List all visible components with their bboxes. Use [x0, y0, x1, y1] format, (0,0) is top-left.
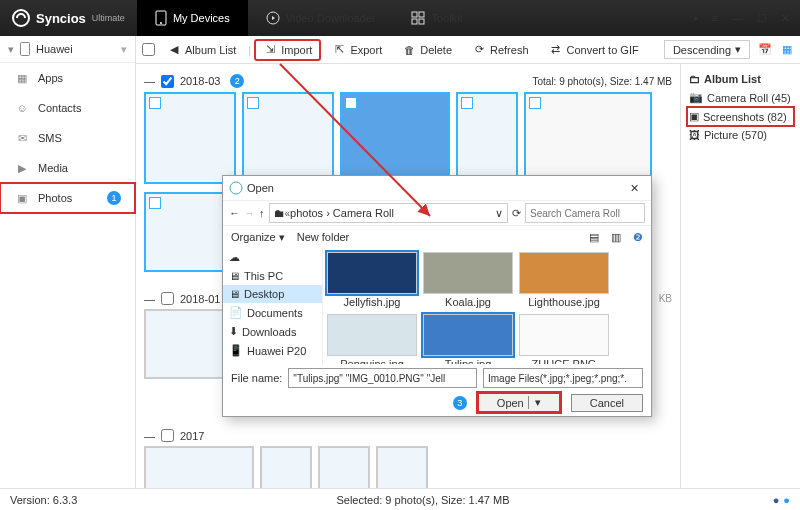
- photo-thumb[interactable]: [318, 446, 370, 488]
- tab-toolkit[interactable]: Toolkit: [393, 0, 480, 36]
- dialog-titlebar: Open ✕: [223, 176, 651, 200]
- doc-icon: 📄: [229, 306, 243, 319]
- file-item[interactable]: Penguins.jpg: [327, 314, 417, 364]
- cloud-icon: ☁: [229, 251, 240, 264]
- titlebar: Syncios Ultimate My Devices Video Downlo…: [0, 0, 800, 36]
- new-folder-button[interactable]: New folder: [297, 231, 350, 243]
- twitter-icon[interactable]: ●: [783, 494, 790, 506]
- chevron-down-icon: ▾: [735, 43, 741, 56]
- side-thispc[interactable]: 🖥This PC: [223, 267, 322, 285]
- file-item[interactable]: Lighthouse.jpg: [519, 252, 609, 308]
- menu-icon[interactable]: ≡: [712, 12, 718, 25]
- sidebar-item-contacts[interactable]: ☺Contacts: [0, 93, 135, 123]
- album-list-button[interactable]: ◀Album List: [159, 40, 244, 60]
- group-checkbox[interactable]: [161, 75, 174, 88]
- facebook-icon[interactable]: ●: [773, 494, 780, 506]
- dialog-organize-bar: Organize ▾ New folder ▤ ▥ ❷: [223, 226, 651, 248]
- device-selector[interactable]: ▾ Huawei ▾: [0, 36, 135, 63]
- file-item[interactable]: Tulips.jpg: [423, 314, 513, 364]
- pc-icon: 🖥: [229, 270, 240, 282]
- camera-icon: 📷: [689, 91, 703, 104]
- photo-thumb[interactable]: [144, 92, 236, 184]
- collapse-icon[interactable]: —: [144, 430, 155, 442]
- group-checkbox[interactable]: [161, 292, 174, 305]
- phone-icon: 📱: [229, 344, 243, 357]
- picture-icon: 🖼: [689, 129, 700, 141]
- sidebar-item-apps[interactable]: ▦Apps: [0, 63, 135, 93]
- photo-thumb[interactable]: [376, 446, 428, 488]
- refresh-button[interactable]: ⟳Refresh: [464, 40, 537, 60]
- chat-icon[interactable]: ▪: [694, 12, 698, 25]
- sidebar-item-media[interactable]: ▶Media: [0, 153, 135, 183]
- photo-thumb[interactable]: [144, 446, 254, 488]
- close-icon[interactable]: ✕: [781, 12, 790, 25]
- nav-up-icon[interactable]: ↑: [259, 207, 265, 219]
- file-thumb: [519, 314, 609, 356]
- close-icon[interactable]: ✕: [624, 180, 645, 197]
- nav-fwd-icon[interactable]: →: [244, 207, 255, 219]
- group-checkbox[interactable]: [161, 429, 174, 442]
- device-name: Huawei: [36, 43, 73, 55]
- collapse-icon[interactable]: —: [144, 293, 155, 305]
- tab-label: Video Downloader: [286, 12, 376, 24]
- organize-button[interactable]: Organize ▾: [231, 231, 285, 244]
- search-input[interactable]: [525, 203, 645, 223]
- side-downloads[interactable]: ⬇Downloads: [223, 322, 322, 341]
- collapse-icon[interactable]: —: [144, 75, 155, 87]
- open-button[interactable]: Open▾: [478, 393, 560, 412]
- file-item[interactable]: Jellyfish.jpg: [327, 252, 417, 308]
- view-list-icon[interactable]: ▥: [611, 231, 621, 244]
- file-item[interactable]: Koala.jpg: [423, 252, 513, 308]
- sort-button[interactable]: Descending▾: [664, 40, 750, 59]
- convert-gif-button[interactable]: ⇄Convert to GIF: [541, 40, 647, 60]
- refresh-icon: ⟳: [472, 43, 486, 57]
- photo-thumb[interactable]: [524, 92, 652, 184]
- photo-thumb[interactable]: [456, 92, 518, 184]
- album-item[interactable]: 📷Camera Roll (45): [687, 88, 794, 107]
- photo-thumb[interactable]: [260, 446, 312, 488]
- sidebar-item-sms[interactable]: ✉SMS: [0, 123, 135, 153]
- grid-icon: [411, 11, 425, 25]
- tab-video-downloader[interactable]: Video Downloader: [248, 0, 394, 36]
- album-item-screenshots[interactable]: ▣Screenshots (82): [687, 107, 794, 126]
- import-button[interactable]: ⇲Import: [255, 40, 320, 60]
- filter-select[interactable]: [483, 368, 643, 388]
- tab-label: Toolkit: [431, 12, 462, 24]
- side-music[interactable]: ♪Music: [223, 360, 322, 364]
- side-phone[interactable]: 📱Huawei P20: [223, 341, 322, 360]
- cancel-button[interactable]: Cancel: [571, 394, 643, 412]
- breadcrumb[interactable]: 🖿 « photos › Camera Roll∨: [269, 203, 509, 223]
- delete-button[interactable]: 🗑Delete: [394, 40, 460, 60]
- selection-label: Selected: 9 photo(s), Size: 1.47 MB: [77, 494, 768, 506]
- side-documents[interactable]: 📄Documents: [223, 303, 322, 322]
- view-icon[interactable]: ▦: [780, 43, 794, 57]
- file-thumb: [519, 252, 609, 294]
- chevron-down-icon: ▾: [121, 43, 127, 56]
- export-button[interactable]: ⇱Export: [324, 40, 390, 60]
- filename-label: File name:: [231, 372, 282, 384]
- photo-thumb[interactable]: [242, 92, 334, 184]
- step-badge-1: 1: [107, 191, 121, 205]
- file-list[interactable]: Jellyfish.jpg Koala.jpg Lighthouse.jpg P…: [323, 248, 651, 364]
- side-cloud[interactable]: ☁: [223, 248, 322, 267]
- calendar-icon[interactable]: 📅: [758, 43, 772, 57]
- apps-icon: ▦: [14, 70, 30, 86]
- filename-input[interactable]: [288, 368, 477, 388]
- max-icon[interactable]: ☐: [757, 12, 767, 25]
- phone-icon: [155, 10, 167, 26]
- nav-back-icon[interactable]: ←: [229, 207, 240, 219]
- min-icon[interactable]: —: [732, 12, 743, 25]
- help-icon[interactable]: ❷: [633, 231, 643, 244]
- side-desktop[interactable]: 🖥Desktop: [223, 285, 322, 303]
- photo-thumb[interactable]: [340, 92, 450, 184]
- select-all-checkbox[interactable]: [142, 43, 155, 56]
- tab-my-devices[interactable]: My Devices: [137, 0, 248, 36]
- album-item[interactable]: 🖼Picture (570): [687, 126, 794, 144]
- refresh-icon[interactable]: ⟳: [512, 207, 521, 220]
- file-item[interactable]: ZHUCE.PNG: [519, 314, 609, 364]
- sidebar-item-photos[interactable]: ▣Photos 1: [0, 183, 135, 213]
- folder-icon: 🗀: [689, 73, 700, 85]
- logo-icon: [12, 9, 30, 27]
- view-large-icon[interactable]: ▤: [589, 231, 599, 244]
- dialog-title: Open: [247, 182, 274, 194]
